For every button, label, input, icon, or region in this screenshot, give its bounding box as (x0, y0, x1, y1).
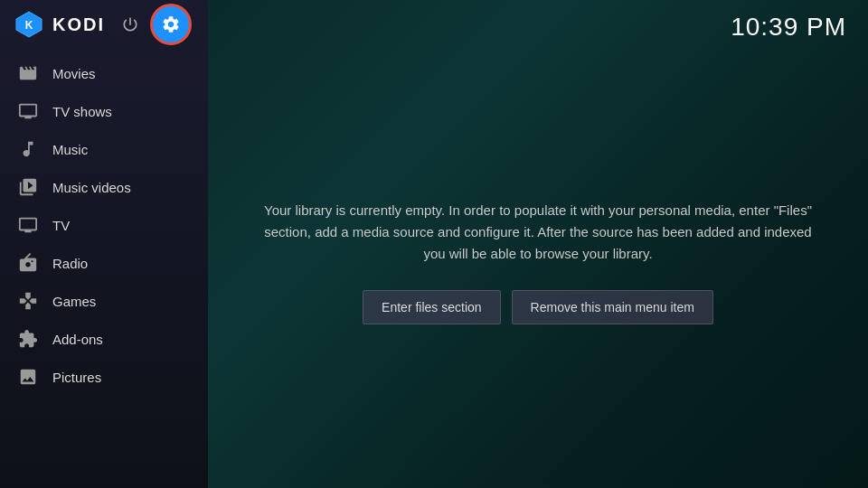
tv-icon (18, 215, 38, 235)
pictures-icon (18, 367, 38, 387)
sidebar-header: K KODI (0, 0, 208, 49)
sidebar: K KODI (0, 0, 208, 488)
clock: 10:39 PM (731, 13, 846, 42)
top-bar: 10:39 PM (208, 0, 868, 54)
action-buttons: Enter files section Remove this main men… (363, 290, 713, 324)
games-label: Games (52, 294, 96, 309)
sidebar-item-movies[interactable]: Movies (0, 54, 208, 92)
main-content: 10:39 PM Your library is currently empty… (208, 0, 868, 488)
settings-button[interactable] (150, 4, 192, 45)
tv-label: TV (52, 218, 70, 233)
power-button[interactable] (114, 8, 146, 41)
kodi-logo-icon: K (14, 10, 43, 39)
sidebar-item-pictures[interactable]: Pictures (0, 358, 208, 396)
music-videos-icon (18, 177, 38, 197)
music-icon (18, 139, 38, 159)
sidebar-item-add-ons[interactable]: Add-ons (0, 320, 208, 358)
settings-icon (161, 14, 181, 34)
movies-label: Movies (52, 66, 96, 81)
sidebar-item-tv-shows[interactable]: TV shows (0, 92, 208, 130)
sidebar-item-music-videos[interactable]: Music videos (0, 168, 208, 206)
sidebar-item-games[interactable]: Games (0, 282, 208, 320)
content-area: Your library is currently empty. In orde… (208, 54, 868, 488)
music-videos-label: Music videos (52, 180, 131, 195)
remove-menu-item-button[interactable]: Remove this main menu item (512, 290, 713, 324)
tv-shows-label: TV shows (52, 104, 112, 119)
svg-text:K: K (25, 19, 33, 32)
library-message: Your library is currently empty. In orde… (262, 200, 814, 265)
radio-label: Radio (52, 256, 88, 271)
add-ons-label: Add-ons (52, 332, 103, 347)
enter-files-button[interactable]: Enter files section (363, 290, 501, 324)
tv-shows-icon (18, 101, 38, 121)
games-icon (18, 291, 38, 311)
music-label: Music (52, 142, 88, 157)
radio-icon (18, 253, 38, 273)
sidebar-item-tv[interactable]: TV (0, 206, 208, 244)
power-icon (121, 15, 139, 33)
movies-icon (18, 63, 38, 83)
sidebar-item-radio[interactable]: Radio (0, 244, 208, 282)
sidebar-item-music[interactable]: Music (0, 130, 208, 168)
nav-items: Movies TV shows Music Music videos (0, 49, 208, 488)
add-ons-icon (18, 329, 38, 349)
pictures-label: Pictures (52, 370, 101, 385)
app-title: KODI (52, 14, 105, 35)
